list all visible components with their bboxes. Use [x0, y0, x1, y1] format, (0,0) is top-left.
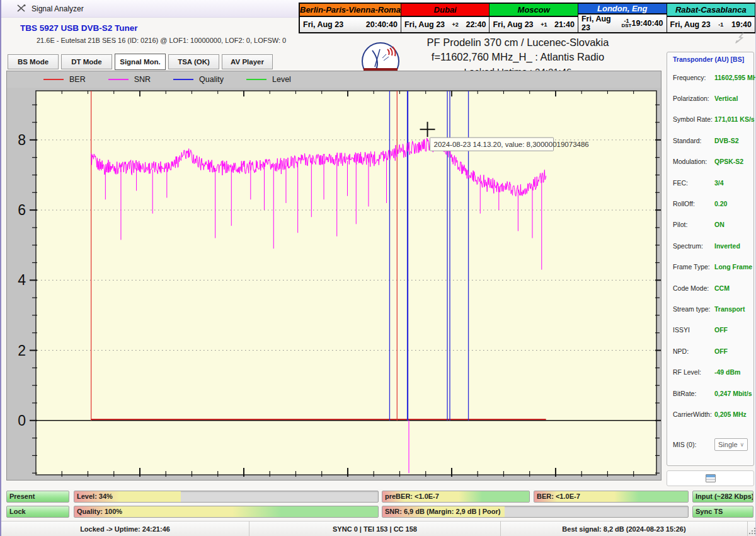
transponder-row-value: CCM [714, 284, 730, 292]
transponder-row-label: FEC: [673, 179, 714, 187]
transponder-row: FEC:3/4 [667, 172, 753, 193]
transponder-row-value: OFF [714, 326, 728, 334]
transponder-row-value: Long Frame [714, 263, 752, 271]
clock-city-header[interactable]: Moscow [490, 4, 578, 17]
transponder-row: Code Mode:CCM [667, 277, 753, 298]
transponder-row-label: Stream type: [673, 305, 714, 313]
clock-time-row: Fri, Aug 23+121:40 [490, 17, 578, 32]
chart-tooltip-text: 2024-08-23 14.13.20, value: 8,3000001907… [434, 141, 589, 148]
status-best-signal: Best signal: 8,2 dB (2024-08-23 15:26) [501, 521, 748, 536]
clock-city-header[interactable]: Berlin-Paris-Vienna-Roma [300, 4, 401, 17]
signal-trend-chart[interactable]: 024682024-08-23 14.13.20, value: 8,30000… [7, 88, 661, 480]
legend-item-level: Level [246, 75, 291, 84]
clock-time-row: Fri, Aug 23+222:40 [401, 17, 490, 32]
mis-select[interactable]: Single∨ [714, 438, 748, 451]
transponder-row-label: Code Mode: [673, 284, 714, 292]
transponder-row-label: Symbol Rate: [673, 115, 714, 123]
clock-column: MoscowFri, Aug 23+121:40 [489, 4, 578, 32]
bar-label: Level: 34% [77, 491, 113, 502]
transponder-row-value: Vertical [714, 95, 738, 102]
transponder-row-value: OFF [714, 347, 728, 355]
mis-row: MIS (0):Single∨ [667, 434, 753, 455]
tab-bs-mode[interactable]: BS Mode [8, 54, 59, 69]
clock-time: 19:40:40 [631, 19, 663, 28]
transponder-row: Standard:DVB-S2 [667, 130, 753, 151]
transponder-row-value: Inverted [714, 242, 740, 250]
transponder-row: BitRate:0,247 Mbit/s [667, 383, 753, 404]
transponder-row-value: Transport [714, 305, 745, 313]
tab-tsa-ok-[interactable]: TSA (OK) [168, 54, 219, 69]
drive-icon [706, 474, 716, 482]
transponder-row-label: Polarization: [673, 95, 714, 102]
transponder-row: Pilot:ON [667, 214, 753, 235]
mode-tabs: BS ModeDT ModeSignal Mon.TSA (OK)AV Play… [8, 54, 273, 70]
clock-time: 20:40:40 [366, 20, 398, 29]
transponder-row-label: Spectrum: [673, 242, 714, 250]
status-bar: Locked -> Uptime: 24:21:46 SYNC 0 | TEI … [1, 521, 756, 536]
transponder-row-label: CarrierWidth: [673, 411, 714, 418]
bar-label: Present [9, 491, 35, 502]
bar-label: Sync TS [696, 506, 723, 517]
clock-city-header[interactable]: Dubai [401, 4, 490, 17]
clock-utc-offset: -1DST [621, 18, 631, 28]
legend-label: SNR [134, 75, 151, 84]
transponder-row: Symbol Rate:171,011 KS/s [667, 109, 753, 130]
transponder-row-value: ON [714, 221, 724, 228]
transponder-row-value: 0,205 MHz [714, 411, 747, 418]
clock-city-header[interactable]: Rabat-Casablanca [667, 4, 755, 17]
signal-chart-panel: BERSNRQualityLevel 024682024-08-23 14.13… [6, 71, 662, 481]
mis-selected-value: Single [718, 441, 738, 448]
transponder-row-label: ISSYI [673, 326, 714, 334]
clock-column: London, EngFri, Aug 23-1DST19:40:40 [578, 4, 667, 32]
status-locked-uptime: Locked -> Uptime: 24:21:46 [1, 521, 249, 536]
chart-legend: BERSNRQualityLevel [7, 71, 661, 88]
clock-time: 22:40 [466, 20, 486, 29]
world-clocks: Berlin-Paris-Vienna-RomaFri, Aug 2320:40… [299, 3, 756, 33]
tab-signal-mon-[interactable]: Signal Mon. [115, 54, 166, 70]
clock-utc-offset: -1 [718, 22, 723, 27]
transponder-row-value: QPSK-S2 [714, 158, 743, 165]
meter-preber: preBER: <1.0E-7 [382, 491, 530, 503]
plot-area [36, 91, 656, 475]
legend-item-snr: SNR [108, 75, 151, 84]
bar-label: Lock [9, 506, 26, 517]
transponder-row-label: BitRate: [673, 390, 714, 397]
bar-label: SNR: 6,9 dB (Margin: 2,9 dB | Poor) [385, 506, 500, 517]
tab-av-player[interactable]: AV Player [222, 54, 273, 69]
tab-dt-mode[interactable]: DT Mode [61, 54, 112, 69]
meter-ber: BER: <1.0E-7 [534, 491, 689, 503]
transponder-row-label: Modulation: [673, 158, 714, 165]
transponder-row-label: Standard: [673, 137, 714, 144]
chevron-down-icon: ∨ [740, 441, 744, 448]
transponder-panel-title: Transponder (AU) [BS] [673, 55, 744, 63]
clock-date: Fri, Aug 23 [581, 15, 621, 32]
clock-utc-offset: +1 [541, 22, 547, 27]
stream-list-button[interactable] [667, 470, 754, 486]
clock-time-row: Fri, Aug 23-1DST19:40:40 [578, 15, 667, 32]
transponder-rows: Frequency:11602,595 MHzPolarization:Vert… [667, 67, 753, 455]
tuner-details: 21.6E - Eutelsat 21B SES 16 (ID: 0216) @… [37, 37, 286, 44]
clock-column: DubaiFri, Aug 23+222:40 [401, 4, 490, 32]
legend-line-swatch [108, 79, 129, 80]
antenna-location-title: PF Prodelin 370 cm / Lucenec-Slovakia [354, 37, 682, 49]
transponder-row: Frequency:11602,595 MHz [667, 67, 753, 88]
status-sync-counters: SYNC 0 | TEI 153 | CC 158 [249, 521, 501, 536]
legend-line-swatch [173, 79, 193, 80]
clock-date: Fri, Aug 23 [303, 20, 343, 29]
clock-column: Rabat-CasablancaFri, Aug 23-119:40 [667, 4, 755, 32]
tuner-name: TBS 5927 USB DVB-S2 Tuner [20, 23, 138, 33]
transponder-row: Polarization:Vertical [667, 88, 753, 108]
transponder-row: RollOff:0.20 [667, 193, 753, 214]
transponder-row: Frame Type:Long Frame [667, 257, 753, 277]
clock-city-header[interactable]: London, Eng [578, 4, 667, 15]
bar-label: Quality: 100% [77, 506, 122, 517]
transponder-row: Stream type:Transport [667, 298, 753, 319]
y-axis-label: 2 [18, 342, 26, 359]
legend-label: Quality [199, 75, 224, 84]
resize-grip[interactable] [748, 527, 756, 535]
clock-column: Berlin-Paris-Vienna-RomaFri, Aug 2320:40… [300, 4, 401, 32]
transponder-row-label: NPD: [673, 347, 714, 355]
transponder-row: RF Level:-49 dBm [667, 361, 753, 382]
y-axis-label: 8 [18, 132, 26, 148]
clock-time-row: Fri, Aug 23-119:40 [667, 17, 755, 32]
